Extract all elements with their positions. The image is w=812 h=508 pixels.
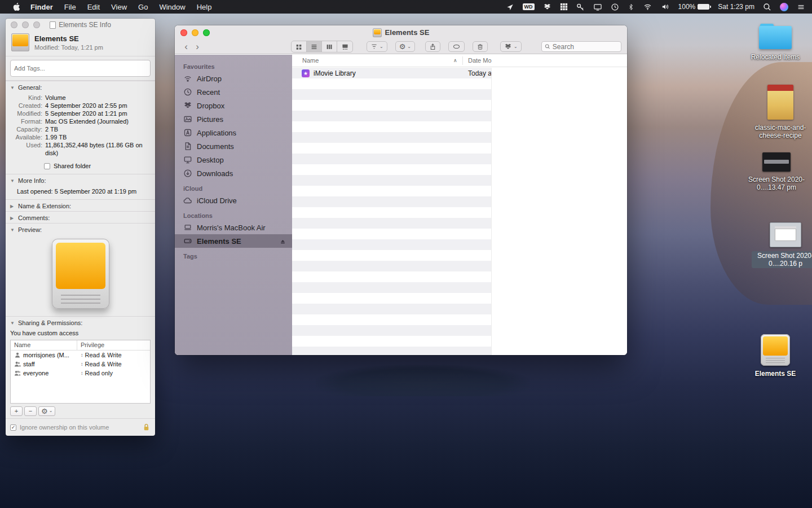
menu-help[interactable]: Help bbox=[191, 3, 218, 11]
key-status-icon[interactable] bbox=[576, 3, 585, 11]
list-view-button[interactable] bbox=[307, 41, 322, 52]
info-title-bar[interactable]: Elements SE Info bbox=[6, 19, 155, 31]
sidebar-item-icloud-drive[interactable]: iCloud Drive bbox=[175, 194, 292, 207]
menu-view[interactable]: View bbox=[105, 3, 133, 11]
eject-icon[interactable] bbox=[279, 238, 286, 245]
volume-icon[interactable] bbox=[661, 3, 670, 11]
add-permission-button[interactable]: + bbox=[10, 406, 23, 416]
disclosure-closed-icon[interactable]: ▶ bbox=[10, 204, 15, 209]
sidebar-section-icloud: iCloud bbox=[175, 180, 292, 194]
disclosure-open-icon[interactable]: ▼ bbox=[10, 85, 15, 90]
battery-indicator[interactable]: 100% bbox=[678, 3, 710, 11]
minimize-button[interactable] bbox=[192, 29, 198, 36]
sidebar-item-elements-se[interactable]: Elements SE bbox=[175, 234, 292, 248]
apple-menu[interactable] bbox=[8, 2, 25, 11]
minimize-button[interactable] bbox=[22, 21, 29, 28]
disclosure-open-icon[interactable]: ▼ bbox=[10, 321, 15, 326]
wifi-icon[interactable] bbox=[643, 3, 652, 11]
display-airplay-icon[interactable] bbox=[593, 3, 602, 11]
bluetooth-icon[interactable] bbox=[628, 3, 634, 11]
tags-button[interactable] bbox=[448, 41, 465, 52]
menu-go[interactable]: Go bbox=[133, 3, 153, 11]
wd-drive-icon[interactable]: WD bbox=[523, 3, 535, 10]
column-divider[interactable] bbox=[462, 56, 463, 65]
location-icon[interactable] bbox=[506, 3, 514, 11]
sidebar-item-airdrop[interactable]: AirDrop bbox=[175, 72, 292, 85]
disclosure-closed-icon[interactable]: ▶ bbox=[10, 216, 15, 221]
laptop-icon bbox=[183, 223, 192, 232]
section-more-info[interactable]: ▼ More Info: bbox=[6, 174, 155, 186]
search-input[interactable] bbox=[553, 43, 618, 51]
sidebar-item-documents[interactable]: Documents bbox=[175, 139, 292, 153]
gallery-view-button[interactable] bbox=[337, 41, 352, 52]
desktop-icon-elements-se-drive[interactable]: Elements SE bbox=[742, 334, 809, 378]
close-button[interactable] bbox=[180, 29, 187, 36]
zoom-button[interactable] bbox=[203, 29, 210, 36]
menu-window[interactable]: Window bbox=[153, 3, 191, 11]
column-name[interactable]: Name bbox=[302, 57, 319, 64]
dropbox-status-icon[interactable] bbox=[543, 3, 551, 11]
section-sharing[interactable]: ▼ Sharing & Permissions: bbox=[6, 316, 155, 328]
sidebar-section-favourites: Favourites bbox=[175, 58, 292, 72]
file-row-imovie-library[interactable]: ★ iMovie Library Today a bbox=[292, 68, 491, 78]
column-date-modified[interactable]: Date Mo bbox=[468, 57, 492, 64]
preview-area bbox=[6, 235, 155, 316]
desktop-icon-screenshot-2[interactable]: Screen Shot 2020-0....20.16 p bbox=[752, 222, 812, 268]
section-general[interactable]: ▼ General: bbox=[6, 81, 155, 93]
add-tags-input[interactable] bbox=[10, 60, 151, 77]
menu-edit[interactable]: Edit bbox=[82, 3, 105, 11]
desktop-icon-screenshot-1[interactable]: Screen Shot 2020-0....13.47 pm bbox=[743, 152, 810, 191]
dropbox-button[interactable]: ⌄ bbox=[500, 41, 522, 52]
shared-folder-checkbox[interactable] bbox=[44, 163, 50, 169]
finder-title-bar[interactable]: Elements SE bbox=[175, 25, 627, 40]
menu-file[interactable]: File bbox=[59, 3, 82, 11]
desktop-icon-relocated-items[interactable]: Relocated Items bbox=[742, 24, 809, 61]
privilege-dropdown-icon[interactable]: ↕ bbox=[81, 352, 83, 358]
ignore-ownership-label: Ignore ownership on this volume bbox=[20, 424, 109, 431]
siri-icon[interactable] bbox=[780, 3, 788, 11]
section-preview[interactable]: ▼ Preview: bbox=[6, 223, 155, 235]
column-view-button[interactable] bbox=[322, 41, 337, 52]
sidebar-item-macbook[interactable]: Morris's MacBook Air bbox=[175, 221, 292, 234]
section-name-extension[interactable]: ▶ Name & Extension: bbox=[6, 199, 155, 211]
notification-center-icon[interactable] bbox=[797, 3, 805, 11]
share-button[interactable] bbox=[425, 41, 440, 52]
permission-action-menu-button[interactable]: ⚙⌄ bbox=[38, 406, 55, 416]
zoom-button[interactable] bbox=[33, 21, 40, 28]
permission-row[interactable]: staff ↕Read & Write bbox=[11, 360, 150, 369]
sidebar-item-desktop[interactable]: Desktop bbox=[175, 153, 292, 167]
spotlight-search-icon[interactable] bbox=[763, 3, 771, 11]
grid-status-icon[interactable] bbox=[560, 3, 568, 11]
lock-icon[interactable] bbox=[142, 423, 151, 432]
delete-button[interactable] bbox=[473, 41, 488, 52]
remove-permission-button[interactable]: − bbox=[24, 406, 37, 416]
ignore-ownership-checkbox[interactable]: ✓ bbox=[10, 424, 16, 431]
back-button[interactable]: ‹ bbox=[180, 41, 192, 52]
menu-bar-clock[interactable]: Sat 1:23 pm bbox=[718, 3, 754, 11]
group-button[interactable]: ⌄ bbox=[367, 41, 387, 52]
privilege-dropdown-icon[interactable]: ↕ bbox=[81, 361, 83, 367]
privilege-dropdown-icon[interactable]: ↕ bbox=[81, 370, 83, 376]
finder-chrome[interactable]: Elements SE ‹ › ⌄ ⚙⌄ ⌄ bbox=[175, 25, 627, 54]
sidebar-item-pictures[interactable]: Pictures bbox=[175, 112, 292, 126]
close-button[interactable] bbox=[11, 21, 17, 28]
permission-row[interactable]: everyone ↕Read only bbox=[11, 369, 150, 378]
perm-col-privilege[interactable]: Privilege bbox=[77, 340, 150, 350]
perm-col-name[interactable]: Name bbox=[11, 340, 77, 350]
sidebar-item-recent[interactable]: Recent bbox=[175, 85, 292, 99]
action-button[interactable]: ⚙⌄ bbox=[395, 41, 415, 52]
icon-view-button[interactable] bbox=[292, 41, 307, 52]
section-comments[interactable]: ▶ Comments: bbox=[6, 211, 155, 223]
desktop-icon-recipe-image[interactable]: classic-mac-and-cheese-recipe bbox=[747, 85, 812, 139]
permission-row[interactable]: morrisjones (M... ↕Read & Write bbox=[11, 351, 150, 360]
section-comments-label: Comments: bbox=[18, 214, 50, 221]
sidebar-item-dropbox[interactable]: Dropbox bbox=[175, 99, 292, 112]
disclosure-open-icon[interactable]: ▼ bbox=[10, 227, 15, 233]
time-machine-icon[interactable] bbox=[611, 3, 619, 11]
disclosure-open-icon[interactable]: ▼ bbox=[10, 178, 15, 183]
forward-button[interactable]: › bbox=[192, 41, 203, 52]
sidebar-item-applications[interactable]: Applications bbox=[175, 126, 292, 139]
search-field[interactable] bbox=[541, 41, 621, 52]
sidebar-item-downloads[interactable]: Downloads bbox=[175, 167, 292, 180]
active-app-menu[interactable]: Finder bbox=[25, 3, 59, 11]
